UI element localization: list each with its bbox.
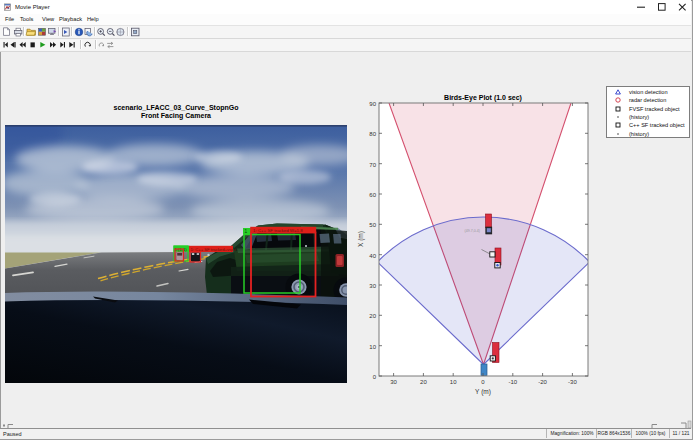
svg-text:0: 0 — [373, 374, 377, 380]
svg-text:0: 0 — [481, 379, 485, 385]
svg-text:60: 60 — [369, 192, 376, 198]
svg-text:1: 1 — [245, 229, 248, 234]
svg-text:30: 30 — [390, 379, 397, 385]
svg-text:-30: -30 — [568, 379, 577, 385]
svg-text:-10: -10 — [508, 379, 517, 385]
svg-text:X (m): X (m) — [357, 231, 365, 247]
svg-text:10: 10 — [450, 379, 457, 385]
svg-text:30: 30 — [369, 283, 376, 289]
svg-text:20: 20 — [369, 313, 376, 319]
svg-text:70: 70 — [369, 162, 376, 168]
svg-text:80: 80 — [369, 131, 376, 137]
svg-text:10: 10 — [369, 344, 376, 350]
svg-text:Birds-Eye Plot (1.0 sec): Birds-Eye Plot (1.0 sec) — [444, 94, 522, 102]
svg-text:-20: -20 — [538, 379, 547, 385]
svg-text:90: 90 — [369, 101, 376, 107]
svg-text:Y (m): Y (m) — [475, 388, 491, 396]
svg-text:50: 50 — [369, 222, 376, 228]
svg-text:(49.7,0.4): (49.7,0.4) — [465, 229, 480, 233]
svg-text:20: 20 — [420, 379, 427, 385]
svg-text:1: C++ SF tracked+vspx: 1: C++ SF tracked+vspx — [191, 247, 237, 252]
svg-text:1: C++ SF tracked W=1.8: 1: C++ SF tracked W=1.8 — [253, 228, 303, 233]
svg-text:40: 40 — [369, 253, 376, 259]
